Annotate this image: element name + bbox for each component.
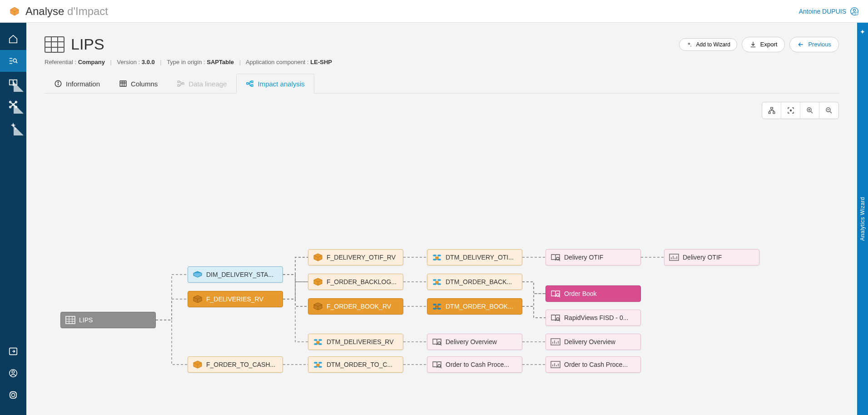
svg-point-68 (437, 255, 441, 256)
cube-view-icon (193, 270, 203, 279)
svg-point-1 (853, 9, 856, 11)
nav-import[interactable] (0, 340, 26, 362)
nav-ai-sparkle[interactable] (0, 115, 26, 137)
sparkle-icon: ✦ (860, 28, 865, 35)
cube-icon (193, 295, 203, 303)
export-button[interactable]: Export (742, 37, 785, 52)
svg-point-7 (13, 59, 16, 62)
dashboard-chart-icon (551, 360, 560, 369)
nav-search-analysis[interactable] (0, 50, 26, 72)
datamart-icon (313, 338, 323, 346)
node-dtm-order-backlog[interactable]: DTM_ORDER_BACK... (427, 274, 522, 290)
nav-account[interactable] (0, 362, 26, 384)
node-f-order-backlog[interactable]: F_ORDER_BACKLOG... (308, 274, 403, 290)
svg-point-70 (433, 259, 436, 260)
svg-point-21 (11, 393, 15, 396)
node-dtm-deliveries-rv[interactable]: DTM_DELIVERIES_RV (308, 334, 403, 350)
node-dtm-order-to-cash[interactable]: DTM_ORDER_TO_C... (308, 356, 403, 373)
nav-catalog[interactable] (0, 72, 26, 94)
svg-rect-35 (178, 81, 179, 83)
datamart-icon (313, 360, 323, 369)
tab-data-lineage: Data lineage (167, 74, 236, 93)
tab-impact-analysis[interactable]: Impact analysis (236, 74, 314, 94)
svg-rect-37 (182, 83, 184, 85)
svg-point-71 (437, 259, 441, 260)
svg-point-65 (314, 366, 317, 368)
node-order-to-cash-dashboard[interactable]: Order to Cash Proce... (546, 356, 641, 373)
table-icon (65, 316, 75, 324)
app-logo-icon (9, 6, 20, 17)
svg-rect-36 (178, 85, 179, 86)
node-dim-delivery-status[interactable]: DIM_DELIVERY_STA... (188, 266, 283, 283)
node-delivery-overview-dashboard[interactable]: Delivery Overview (546, 334, 641, 350)
svg-rect-38 (247, 83, 249, 85)
dashboard-chart-icon (669, 253, 679, 261)
tab-columns[interactable]: Columns (109, 74, 167, 93)
report-book-icon (551, 290, 560, 298)
nav-graph[interactable] (0, 94, 26, 115)
page-title: LIPS (71, 35, 104, 53)
tab-information[interactable]: Information (45, 74, 109, 93)
node-order-book-report[interactable]: Order Book (546, 285, 641, 302)
nav-home[interactable] (0, 28, 26, 50)
dashboard-chart-icon (551, 338, 560, 346)
svg-rect-92 (551, 339, 560, 345)
app-title: Analyse d'Impact (25, 5, 108, 18)
node-f-delivery-otif-rv[interactable]: F_DELIVERY_OTIF_RV (308, 249, 403, 265)
svg-point-81 (437, 308, 441, 310)
report-book-icon (432, 360, 442, 369)
svg-point-20 (12, 371, 15, 374)
svg-rect-39 (251, 81, 253, 83)
left-nav (0, 23, 26, 415)
cube-icon (313, 302, 323, 310)
svg-rect-40 (251, 85, 253, 86)
svg-point-62 (314, 362, 317, 364)
top-header: Analyse d'Impact Antoine DUPUIS € (0, 0, 868, 23)
node-order-to-cash-report[interactable]: Order to Cash Proce... (427, 356, 522, 373)
svg-point-73 (437, 279, 441, 281)
svg-point-30 (58, 82, 59, 83)
svg-point-57 (314, 339, 317, 341)
node-f-deliveries-rv[interactable]: F_DELIVERIES_RV (188, 291, 283, 307)
tabs: Information Columns Data lineage Impact … (45, 74, 839, 94)
add-to-wizard-button[interactable]: Add to Wizard (679, 38, 737, 51)
diagram-area: LIPS DIM_DELIVERY_STA... F_DELIVERIES_RV… (45, 94, 839, 385)
right-rail-label: Analytics Wizard (859, 197, 866, 241)
svg-rect-102 (670, 254, 679, 260)
cube-icon (193, 360, 203, 369)
svg-point-60 (314, 343, 317, 345)
node-delivery-otif-report[interactable]: Delivery OTIF (546, 249, 641, 265)
svg-point-58 (318, 339, 322, 341)
svg-point-63 (318, 362, 322, 364)
node-dtm-delivery-otif[interactable]: DTM_DELIVERY_OTI... (427, 249, 522, 265)
node-delivery-otif-dashboard[interactable]: Delivery OTIF (664, 249, 759, 265)
node-f-order-book-rv[interactable]: F_ORDER_BOOK_RV (308, 298, 403, 315)
meta-row: Referential : Company | Version : 3.0.0 … (45, 59, 839, 65)
node-dtm-order-book[interactable]: DTM_ORDER_BOOK... (427, 298, 522, 315)
page-header: LIPS Add to Wizard Export Previous (45, 35, 839, 53)
datamart-icon (432, 302, 442, 310)
svg-rect-22 (45, 37, 64, 52)
svg-rect-31 (120, 81, 126, 86)
diagram-canvas[interactable]: LIPS DIM_DELIVERY_STA... F_DELIVERIES_RV… (45, 94, 839, 385)
table-icon (45, 36, 64, 53)
node-f-order-to-cash[interactable]: F_ORDER_TO_CASH... (188, 356, 283, 373)
svg-point-77 (433, 304, 436, 305)
svg-point-67 (433, 255, 436, 256)
report-book-icon (432, 338, 442, 346)
user-profile-icon[interactable]: € (850, 7, 859, 16)
node-delivery-overview-report[interactable]: Delivery Overview (427, 334, 522, 350)
user-name[interactable]: Antoine DUPUIS (799, 8, 846, 15)
svg-rect-97 (551, 361, 560, 368)
svg-line-14 (10, 102, 13, 105)
cube-icon (313, 253, 323, 261)
node-lips[interactable]: LIPS (60, 312, 156, 328)
previous-button[interactable]: Previous (789, 37, 839, 52)
nav-support[interactable] (0, 384, 26, 406)
node-rapidviews-report[interactable]: RapidViews FISD - 0... (546, 310, 641, 326)
datamart-icon (432, 253, 442, 261)
report-book-icon (551, 314, 560, 322)
svg-point-80 (433, 308, 436, 310)
svg-point-75 (433, 283, 436, 285)
right-rail[interactable]: ✦ Analytics Wizard (857, 23, 868, 415)
